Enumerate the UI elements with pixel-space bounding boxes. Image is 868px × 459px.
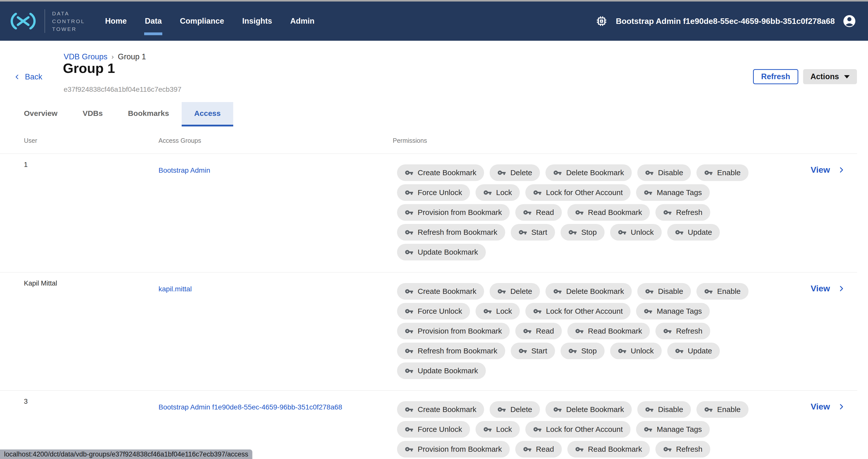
tab-bookmarks[interactable]: Bookmarks bbox=[115, 102, 181, 126]
permission-chip: Start bbox=[511, 224, 555, 240]
back-button-label: Back bbox=[25, 72, 42, 81]
column-header-access-groups: Access Groups bbox=[158, 137, 201, 144]
column-header-user: User bbox=[24, 137, 37, 144]
permission-chip-label: Force Unlock bbox=[417, 307, 462, 316]
permission-chip-label: Refresh from Bookmark bbox=[417, 228, 497, 236]
view-link-label: View bbox=[811, 165, 830, 175]
permission-chip-label: Disable bbox=[658, 168, 683, 177]
access-group-link[interactable]: Bootstrap Admin bbox=[158, 166, 210, 174]
view-link[interactable]: View bbox=[811, 402, 845, 412]
nav-item-compliance[interactable]: Compliance bbox=[180, 17, 224, 26]
key-icon bbox=[497, 287, 506, 296]
key-icon bbox=[663, 327, 672, 335]
permission-chip-label: Unlock bbox=[631, 228, 654, 236]
key-icon bbox=[644, 425, 652, 434]
navbar-right: Bootstrap Admin f1e90de8-55ec-4659-96bb-… bbox=[595, 14, 856, 28]
key-icon bbox=[483, 307, 492, 316]
permission-chip: Refresh bbox=[655, 204, 710, 221]
permission-chip: Disable bbox=[637, 164, 691, 181]
nav-item-admin[interactable]: Admin bbox=[290, 17, 314, 26]
permission-chip: Read Bookmark bbox=[567, 323, 650, 339]
key-icon bbox=[568, 347, 577, 355]
actions-button-label: Actions bbox=[810, 72, 839, 81]
view-link[interactable]: View bbox=[811, 165, 845, 175]
account-avatar-icon[interactable] bbox=[843, 14, 856, 28]
view-link[interactable]: View bbox=[811, 284, 845, 293]
permission-chip: Enable bbox=[696, 283, 748, 300]
permission-chip-label: Start bbox=[531, 228, 547, 236]
permission-chip-label: Enable bbox=[717, 168, 740, 177]
permission-chip-label: Force Unlock bbox=[417, 425, 462, 434]
key-icon bbox=[533, 425, 542, 434]
permission-chip-label: Lock for Other Account bbox=[546, 188, 623, 197]
permission-chip: Lock for Other Account bbox=[525, 303, 630, 320]
caret-down-icon bbox=[844, 75, 849, 78]
permission-chip-label: Manage Tags bbox=[657, 425, 702, 434]
table-row: Kapil Mittalkapil.mittalCreate BookmarkD… bbox=[0, 272, 857, 390]
permission-chip: Refresh bbox=[655, 323, 710, 339]
nav-item-data[interactable]: Data bbox=[145, 17, 162, 26]
permission-chip-label: Enable bbox=[717, 405, 740, 414]
breadcrumb-vdb-groups-link[interactable]: VDB Groups bbox=[64, 52, 107, 61]
dct-logo-icon bbox=[8, 13, 38, 29]
permission-chip: Manage Tags bbox=[636, 184, 710, 201]
api-chip-icon[interactable] bbox=[595, 15, 608, 27]
key-icon bbox=[575, 327, 584, 335]
chevron-left-icon bbox=[14, 73, 20, 81]
table-rows: 1Bootstrap AdminCreate BookmarkDeleteDel… bbox=[0, 154, 857, 459]
permission-chip-line: Refresh from BookmarkStartStopUnlockUpda… bbox=[397, 342, 748, 359]
nav-item-insights[interactable]: Insights bbox=[242, 17, 272, 26]
permission-chip-label: Read Bookmark bbox=[588, 327, 642, 335]
dct-logo[interactable]: DATA CONTROL TOWER bbox=[8, 9, 85, 33]
permission-chip-line: Update Bookmark bbox=[397, 244, 748, 260]
key-icon bbox=[675, 228, 684, 236]
chevron-right-icon bbox=[838, 166, 845, 174]
key-icon bbox=[644, 307, 652, 316]
refresh-button[interactable]: Refresh bbox=[753, 69, 798, 84]
key-icon bbox=[553, 168, 562, 177]
key-icon bbox=[405, 425, 413, 434]
permission-chip-label: Update bbox=[688, 347, 712, 355]
permission-chip: Start bbox=[511, 342, 555, 359]
permission-chip-label: Read bbox=[536, 327, 554, 335]
actions-button[interactable]: Actions bbox=[803, 69, 857, 84]
permission-chip-label: Force Unlock bbox=[417, 188, 462, 197]
permission-chip-line: Force UnlockLockLock for Other AccountMa… bbox=[397, 184, 748, 201]
permission-chip-line: Force UnlockLockLock for Other AccountMa… bbox=[397, 421, 748, 438]
permission-chip-label: Delete Bookmark bbox=[566, 287, 624, 296]
permission-chip-label: Update bbox=[688, 228, 712, 236]
tab-access[interactable]: Access bbox=[182, 102, 233, 126]
permission-chip: Force Unlock bbox=[397, 421, 470, 438]
permission-chip-line: Create BookmarkDeleteDelete BookmarkDisa… bbox=[397, 401, 748, 418]
permission-chip-label: Disable bbox=[658, 405, 683, 414]
permission-chip-label: Refresh from Bookmark bbox=[417, 347, 497, 355]
key-icon bbox=[553, 405, 562, 414]
permission-chip-label: Manage Tags bbox=[657, 307, 702, 316]
app-window: DATA CONTROL TOWER Home Data Compliance … bbox=[0, 0, 868, 459]
back-button[interactable]: Back bbox=[14, 72, 42, 81]
tab-vdbs[interactable]: VDBs bbox=[70, 102, 115, 126]
primary-nav: Home Data Compliance Insights Admin bbox=[105, 17, 314, 26]
permission-chip-label: Delete bbox=[510, 405, 532, 414]
permission-chip: Stop bbox=[561, 342, 604, 359]
breadcrumb-current: Group 1 bbox=[118, 52, 146, 61]
nav-item-home[interactable]: Home bbox=[105, 17, 127, 26]
key-icon bbox=[483, 188, 492, 197]
key-icon bbox=[405, 327, 413, 335]
permission-chip: Refresh bbox=[655, 441, 710, 458]
permission-chip: Delete Bookmark bbox=[546, 283, 632, 300]
permission-chip: Disable bbox=[637, 283, 691, 300]
permission-chip-label: Read Bookmark bbox=[588, 445, 642, 454]
brand-line: DATA bbox=[52, 9, 85, 18]
view-link-label: View bbox=[811, 402, 830, 412]
permission-chip: Force Unlock bbox=[397, 303, 470, 320]
permission-chip: Unlock bbox=[610, 342, 662, 359]
permission-chip: Update Bookmark bbox=[397, 244, 486, 260]
access-group-link[interactable]: kapil.mittal bbox=[158, 285, 192, 293]
user-cell: 1 bbox=[24, 161, 28, 169]
permission-chip: Read Bookmark bbox=[567, 441, 650, 458]
access-group-link[interactable]: Bootstrap Admin f1e90de8-55ec-4659-96bb-… bbox=[158, 403, 342, 411]
permission-chip: Unlock bbox=[610, 224, 662, 240]
permission-chip-line: Provision from BookmarkReadRead Bookmark… bbox=[397, 204, 748, 221]
tab-overview[interactable]: Overview bbox=[11, 102, 70, 126]
